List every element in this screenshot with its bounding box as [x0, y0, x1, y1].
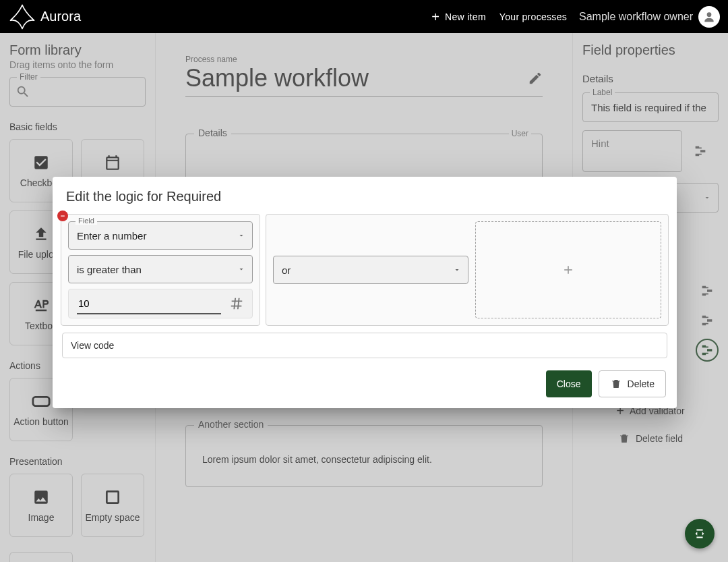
chevron-down-icon	[453, 266, 461, 274]
trash-icon	[610, 378, 622, 390]
view-code-toggle[interactable]: View code	[62, 333, 667, 358]
connective-group: or	[266, 214, 669, 326]
value-input-field[interactable]	[77, 293, 221, 314]
operator-select-value: is greater than	[77, 264, 142, 275]
chevron-down-icon	[237, 231, 245, 240]
remove-condition-button[interactable]	[57, 210, 68, 221]
dev-fab[interactable]	[685, 519, 715, 549]
field-select-value: Enter a number	[77, 230, 146, 242]
view-code-label: View code	[71, 340, 114, 351]
plus-icon	[562, 263, 575, 277]
plus-icon: +	[431, 10, 439, 24]
value-input[interactable]	[68, 289, 253, 318]
new-item-button[interactable]: + New item	[425, 5, 493, 29]
hash-icon	[229, 296, 244, 311]
operator-select[interactable]: is greater than	[68, 255, 253, 283]
brand-name: Aurora	[40, 9, 81, 24]
user-display-name: Sample workflow owner	[579, 11, 693, 23]
delete-button-label: Delete	[628, 378, 655, 389]
developer-mode-icon	[692, 526, 707, 541]
aurora-logo[interactable]	[8, 3, 36, 31]
connective-select[interactable]: or	[273, 256, 468, 284]
logic-dialog: Edit the logic for Required Field Enter …	[53, 177, 677, 408]
dialog-title: Edit the logic for Required	[53, 177, 677, 214]
minus-icon	[59, 213, 66, 219]
person-icon	[702, 10, 716, 24]
connective-select-value: or	[282, 264, 291, 276]
add-condition-dropzone[interactable]	[475, 221, 661, 318]
condition-group: Field Enter a number is greater than	[61, 214, 260, 326]
field-select-label: Field	[75, 217, 97, 225]
close-button-label: Close	[557, 378, 581, 389]
field-select[interactable]: Field Enter a number	[68, 221, 253, 250]
user-avatar[interactable]	[698, 6, 720, 28]
app-bar: Aurora + New item Your processes Sample …	[0, 0, 728, 33]
your-processes-label: Your processes	[499, 11, 567, 22]
svg-point-0	[707, 12, 712, 17]
chevron-down-icon	[237, 265, 245, 273]
close-button[interactable]: Close	[546, 370, 592, 397]
new-item-label: New item	[445, 11, 486, 22]
your-processes-link[interactable]: Your processes	[493, 5, 574, 29]
svg-rect-3	[61, 215, 65, 216]
delete-button[interactable]: Delete	[599, 370, 666, 397]
